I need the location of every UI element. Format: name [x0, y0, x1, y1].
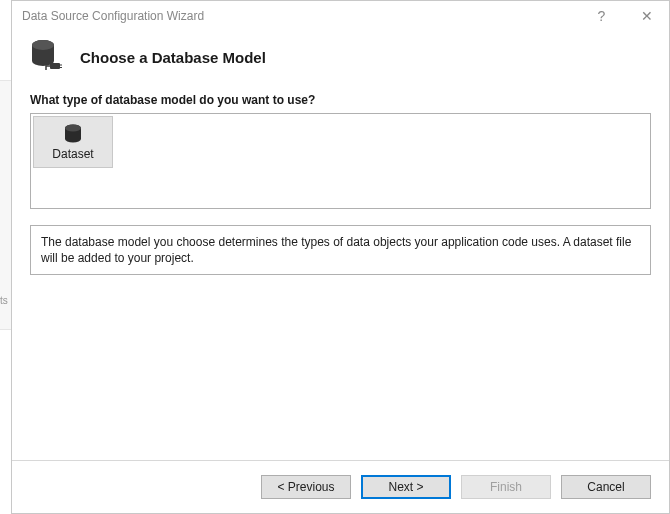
background-panel — [0, 80, 11, 330]
svg-rect-3 — [60, 65, 62, 66]
background-text-fragment: ts — [0, 295, 11, 309]
description-box: The database model you choose determines… — [30, 225, 651, 275]
svg-rect-4 — [60, 67, 62, 68]
wizard-content: What type of database model do you want … — [12, 93, 669, 460]
description-text: The database model you choose determines… — [41, 235, 631, 265]
previous-button[interactable]: < Previous — [261, 475, 351, 499]
database-icon — [62, 123, 84, 145]
close-icon: ✕ — [641, 8, 653, 24]
svg-point-1 — [32, 40, 54, 50]
titlebar: Data Source Configuration Wizard ? ✕ — [12, 1, 669, 31]
option-dataset[interactable]: Dataset — [33, 116, 113, 168]
wizard-footer: < Previous Next > Finish Cancel — [12, 460, 669, 513]
window-title: Data Source Configuration Wizard — [22, 9, 579, 23]
svg-rect-2 — [50, 63, 60, 69]
prompt-label: What type of database model do you want … — [30, 93, 651, 107]
wizard-dialog: Data Source Configuration Wizard ? ✕ Cho… — [11, 0, 670, 514]
option-label: Dataset — [52, 147, 93, 161]
database-plug-icon — [30, 39, 62, 75]
help-icon: ? — [598, 8, 606, 24]
page-title: Choose a Database Model — [80, 49, 266, 66]
next-button[interactable]: Next > — [361, 475, 451, 499]
cancel-button[interactable]: Cancel — [561, 475, 651, 499]
close-button[interactable]: ✕ — [624, 1, 669, 31]
titlebar-controls: ? ✕ — [579, 1, 669, 31]
model-options-list: Dataset — [30, 113, 651, 209]
finish-button: Finish — [461, 475, 551, 499]
svg-point-6 — [65, 125, 81, 132]
wizard-header: Choose a Database Model — [12, 31, 669, 93]
help-button[interactable]: ? — [579, 1, 624, 31]
